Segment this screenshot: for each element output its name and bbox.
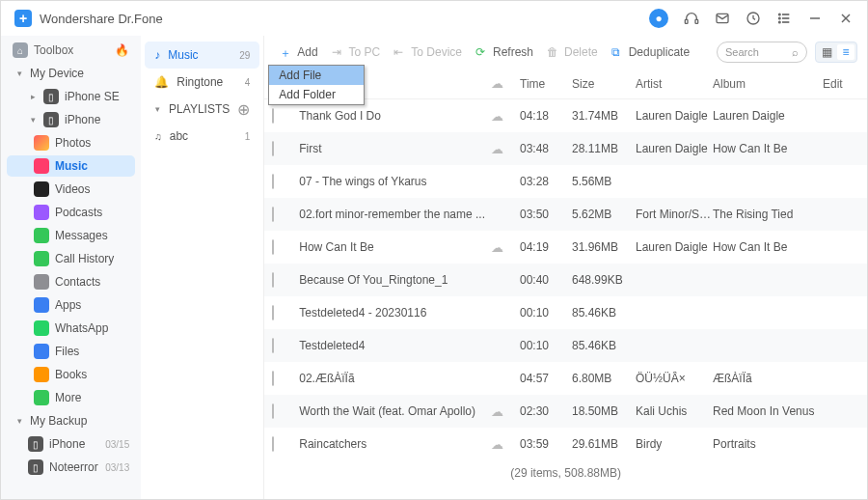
cell-size: 31.96MB xyxy=(572,240,636,254)
row-checkbox[interactable] xyxy=(272,403,274,419)
sidebar-device[interactable]: ▸▯iPhone SE xyxy=(7,86,135,107)
svg-point-7 xyxy=(779,21,780,22)
row-checkbox[interactable] xyxy=(272,272,274,288)
col-album[interactable]: Album xyxy=(713,77,823,91)
table-row[interactable]: Testdeleted4 - 2023011600:1085.46KB xyxy=(264,296,867,329)
row-checkbox[interactable] xyxy=(272,141,274,156)
phone-icon: ▯ xyxy=(28,459,43,475)
sidebar-item-videos[interactable]: Videos xyxy=(7,179,135,200)
search-icon: ⌕ xyxy=(792,46,799,58)
row-checkbox[interactable] xyxy=(272,108,274,124)
row-checkbox[interactable] xyxy=(272,436,274,452)
tb-delete-label: Delete xyxy=(564,45,598,59)
cell-album: Portraits xyxy=(713,437,823,451)
row-checkbox[interactable] xyxy=(272,207,274,222)
table-row[interactable]: First☁03:4828.11MBLauren DaigleHow Can I… xyxy=(264,132,867,165)
midcol-music-label: Music xyxy=(168,48,198,62)
cell-time: 00:10 xyxy=(520,339,572,352)
sidebar-device[interactable]: ▾▯iPhone xyxy=(7,109,135,130)
category-column: ♪ Music 29 🔔 Ringtone 4 ▾ PLAYLISTS ⊕ ♫a… xyxy=(141,36,264,499)
sidebar-item-books[interactable]: Books xyxy=(7,364,135,385)
midcol-playlists-header[interactable]: ▾ PLAYLISTS ⊕ xyxy=(145,96,259,123)
cell-artist: Lauren Daigle xyxy=(636,142,713,155)
cell-time: 02:30 xyxy=(520,404,572,418)
row-checkbox[interactable] xyxy=(272,371,274,386)
cell-album: Red Moon In Venus xyxy=(713,404,823,418)
svg-point-3 xyxy=(779,14,780,14)
sidebar-backup-item[interactable]: ▯Noteerror03/13 xyxy=(7,457,135,478)
cell-name: Testdeleted4 xyxy=(299,339,491,352)
row-checkbox[interactable] xyxy=(272,174,274,189)
row-checkbox[interactable] xyxy=(272,305,274,320)
headset-icon[interactable] xyxy=(684,11,699,26)
sidebar-item-podcasts[interactable]: Podcasts xyxy=(7,202,135,223)
midcol-playlists-label: PLAYLISTS xyxy=(169,102,230,116)
table-row[interactable]: How Can It Be☁04:1931.96MBLauren DaigleH… xyxy=(264,231,867,264)
cell-time: 00:10 xyxy=(520,306,572,319)
tb-dedup-button[interactable]: ⧉ Deduplicate xyxy=(606,42,695,62)
sidebar-item-messages[interactable]: Messages xyxy=(7,225,135,246)
history-icon[interactable] xyxy=(746,11,761,26)
view-toggle[interactable]: ▦ ≡ xyxy=(815,42,857,63)
table-row[interactable]: Because Of You_Ringtone_100:40648.99KB xyxy=(264,264,867,296)
mail-icon[interactable] xyxy=(715,11,730,26)
tb-delete-button[interactable]: 🗑 Delete xyxy=(541,42,604,62)
col-time[interactable]: Time xyxy=(520,77,572,91)
table-row[interactable]: 02.fort minor-remember the name ...03:50… xyxy=(264,198,867,231)
sidebar-item-more[interactable]: More xyxy=(7,387,135,408)
add-icon: ＋ xyxy=(280,45,293,59)
sidebar-item-files[interactable]: Files xyxy=(7,341,135,362)
table-row[interactable]: 07 - The wings of Ykarus03:285.56MB xyxy=(264,165,867,198)
cell-name: 07 - The wings of Ykarus xyxy=(299,175,491,188)
cell-name: How Can It Be xyxy=(299,240,491,254)
tb-todevice-button[interactable]: ⇤ To Device xyxy=(388,42,468,62)
table-row[interactable]: Worth the Wait (feat. Omar Apollo)☁02:30… xyxy=(264,395,867,428)
add-file-menuitem[interactable]: Add File xyxy=(269,66,364,85)
cloud-icon: ☁ xyxy=(491,240,520,255)
category-icon xyxy=(34,158,49,174)
close-button[interactable] xyxy=(838,11,854,26)
sidebar-item-contacts[interactable]: Contacts xyxy=(7,271,135,292)
chevron-down-icon: ▾ xyxy=(14,416,24,426)
col-cloud-icon[interactable]: ☁ xyxy=(491,76,520,91)
sidebar-item-call-history[interactable]: Call History xyxy=(7,248,135,269)
phone-icon: ▯ xyxy=(43,89,59,104)
sidebar-item-photos[interactable]: Photos xyxy=(7,132,135,153)
add-folder-menuitem[interactable]: Add Folder xyxy=(269,85,364,104)
midcol-ringtone-count: 4 xyxy=(245,77,251,88)
sidebar-item-music[interactable]: Music xyxy=(7,155,135,177)
row-checkbox[interactable] xyxy=(272,239,274,255)
cloud-icon: ☁ xyxy=(491,109,520,124)
col-size[interactable]: Size xyxy=(572,77,636,91)
row-checkbox[interactable] xyxy=(272,338,274,353)
playlist-item[interactable]: ♫abc1 xyxy=(145,123,259,150)
category-label: More xyxy=(55,391,81,404)
list-view-icon[interactable]: ≡ xyxy=(837,44,854,60)
backup-date: 03/13 xyxy=(105,462,129,473)
tb-refresh-button[interactable]: ⟳ Refresh xyxy=(470,42,539,62)
midcol-ringtone[interactable]: 🔔 Ringtone 4 xyxy=(145,69,259,96)
tb-add-button[interactable]: ＋ Add xyxy=(274,42,323,62)
midcol-music-count: 29 xyxy=(239,50,250,61)
grid-view-icon[interactable]: ▦ xyxy=(818,44,835,60)
tb-topc-button[interactable]: ⇥ To PC xyxy=(326,42,387,62)
sidebar-item-apps[interactable]: Apps xyxy=(7,294,135,316)
user-icon[interactable]: ● xyxy=(649,9,668,28)
menu-list-icon[interactable] xyxy=(776,11,792,26)
sidebar-toolbox[interactable]: ⌂ Toolbox 🔥 xyxy=(7,40,135,61)
sidebar-item-whatsapp[interactable]: WhatsApp xyxy=(7,318,135,339)
minimize-button[interactable] xyxy=(807,11,823,26)
sidebar-mybackup[interactable]: ▾ My Backup xyxy=(7,410,135,431)
table-row[interactable]: Raincatchers☁03:5929.61MBBirdyPortraits xyxy=(264,428,867,460)
col-artist[interactable]: Artist xyxy=(636,77,713,91)
cell-album: How Can It Be xyxy=(713,142,823,155)
table-row[interactable]: 02.ÆßÀïÏã04:576.80MBÖÜ½ÜÂ×ÆßÀïÏã xyxy=(264,362,867,395)
table-row[interactable]: Testdeleted400:1085.46KB xyxy=(264,329,867,362)
midcol-music[interactable]: ♪ Music 29 xyxy=(145,42,259,69)
add-playlist-icon[interactable]: ⊕ xyxy=(237,100,250,119)
refresh-icon: ⟳ xyxy=(475,45,489,59)
sidebar-backup-item[interactable]: ▯iPhone03/15 xyxy=(7,433,135,455)
search-input[interactable]: Search ⌕ xyxy=(717,42,807,63)
sidebar-mydevice[interactable]: ▾ My Device xyxy=(7,63,135,84)
col-edit[interactable]: Edit xyxy=(823,77,859,91)
